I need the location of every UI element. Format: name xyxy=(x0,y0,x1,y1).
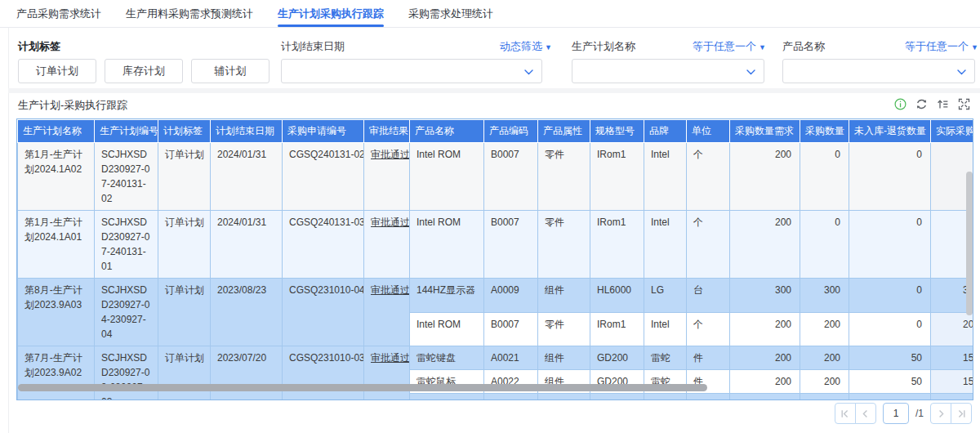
fullscreen-icon[interactable] xyxy=(958,98,970,110)
plan-tag-label: 计划标签 xyxy=(18,39,60,54)
cell-brand: Intel xyxy=(644,143,687,211)
cell-request-no: CGSQ231010-04 xyxy=(283,279,364,346)
table-row: 第7月-生产计划2023.9A02SCJHXSDD230927-03-23092… xyxy=(18,346,974,370)
column-header-15: 实际采购数量 xyxy=(931,120,974,143)
product-name-select[interactable] xyxy=(782,59,975,83)
caret-down-icon: ▼ xyxy=(759,43,766,51)
cell-purchase-qty: 300 xyxy=(800,279,849,313)
cell-not-in-return-qty: 0 xyxy=(849,279,931,313)
cell-product-attr: 零件 xyxy=(538,312,590,346)
page-number-input[interactable] xyxy=(883,403,909,424)
plan-end-date-select[interactable] xyxy=(281,59,542,83)
cell-purchase-qty: 200 xyxy=(800,346,849,370)
column-header-12: 采购数量需求 xyxy=(730,120,800,143)
column-header-0: 生产计划名称 xyxy=(18,120,95,143)
cell-brand: LG xyxy=(644,279,687,313)
tab-2[interactable]: 生产计划采购执行跟踪 xyxy=(278,0,384,27)
product-name-operator[interactable]: 等于任意一个▼ xyxy=(905,39,978,54)
cell-brand: Intel xyxy=(644,211,687,279)
cell-product-name: 144HZ显示器 xyxy=(410,279,484,313)
first-page-button[interactable] xyxy=(835,403,856,424)
column-header-4: 采购申请编号 xyxy=(283,120,364,143)
cell-end-date: 2023/07/20 xyxy=(211,346,283,401)
cell-purchase-qty: 200 xyxy=(800,370,849,394)
cell-purchase-qty: 0 xyxy=(800,211,849,279)
chevron-down-icon xyxy=(746,69,755,75)
first-page-icon xyxy=(840,409,849,418)
cell-request-no: CGSQ231010-03 xyxy=(283,346,364,401)
info-icon[interactable] xyxy=(894,98,906,110)
cell-plan-tag: 订单计划 xyxy=(158,279,211,346)
cell-not-in-return-qty: 50 xyxy=(849,394,931,401)
plan-name-operator[interactable]: 等于任意一个▼ xyxy=(693,39,766,54)
horizontal-scrollbar[interactable] xyxy=(18,384,707,391)
plan-tag-button-1[interactable]: 库存计划 xyxy=(105,59,183,83)
cell-request-no: CGSQ240131-02 xyxy=(283,143,364,211)
column-header-10: 品牌 xyxy=(644,120,687,143)
cell-demand-qty: 200 xyxy=(730,143,800,211)
cell-plan-tag: 订单计划 xyxy=(158,346,211,401)
last-page-icon xyxy=(957,409,966,418)
cell-spec-model: IRom1 xyxy=(590,143,644,211)
vertical-scrollbar[interactable] xyxy=(966,172,973,315)
refresh-icon[interactable] xyxy=(915,98,928,110)
cell-actual-purchase-qty: 150 xyxy=(931,370,974,394)
last-page-button[interactable] xyxy=(951,403,972,424)
cell-spec-model: HL6000 xyxy=(590,279,644,313)
cell-end-date: 2023/08/23 xyxy=(211,279,283,346)
cell-product-name: Intel ROM xyxy=(410,211,484,279)
cell-brand: 雷蛇 xyxy=(644,346,687,370)
cell-brand: LG xyxy=(644,394,687,401)
approval-result-link[interactable]: 审批通过 xyxy=(371,216,410,228)
plan-end-date-operator[interactable]: 动态筛选▼ xyxy=(500,39,552,54)
tab-1[interactable]: 生产用料采购需求预测统计 xyxy=(126,0,253,27)
row-height-icon[interactable] xyxy=(937,98,949,110)
cell-actual-purchase-qty: 150 xyxy=(931,394,974,401)
plan-tag-button-0[interactable]: 订单计划 xyxy=(18,59,96,83)
cell-product-code: A0009 xyxy=(484,279,538,313)
approval-result-link[interactable]: 审批通过 xyxy=(371,284,410,296)
column-header-7: 产品编码 xyxy=(484,120,538,143)
cell-unit: 个 xyxy=(687,312,730,346)
tab-3[interactable]: 采购需求处理统计 xyxy=(408,0,493,27)
cell-not-in-return-qty: 0 xyxy=(849,211,931,279)
approval-result-link[interactable]: 审批通过 xyxy=(371,352,410,364)
cell-product-name: Intel ROM xyxy=(410,143,484,211)
page-total: /1 xyxy=(915,408,924,419)
cell-plan-tag: 订单计划 xyxy=(158,143,211,211)
next-page-button[interactable] xyxy=(930,403,951,424)
panel-divider-horizontal xyxy=(8,88,980,93)
cell-brand: Intel xyxy=(644,312,687,346)
cell-plan-no: SCJHXSDD230927-07-240131-02 xyxy=(95,143,158,211)
table-row: 第1月-生产计划2024.1A01SCJHXSDD230927-07-24013… xyxy=(18,211,974,279)
cell-request-no: CGSQ240131-03 xyxy=(283,211,364,279)
cell-end-date: 2024/01/31 xyxy=(211,143,283,211)
cell-product-attr: 零件 xyxy=(538,211,590,279)
column-header-1: 生产计划编号 xyxy=(95,120,158,143)
cell-demand-qty: 200 xyxy=(730,370,800,394)
cell-not-in-return-qty: 0 xyxy=(849,143,931,211)
cell-approval-result: 审批通过 xyxy=(364,279,410,346)
plan-tag-button-2[interactable]: 辅计划 xyxy=(191,59,270,83)
cell-spec-model: IRom1 xyxy=(590,211,644,279)
approval-result-link[interactable]: 审批通过 xyxy=(371,149,410,160)
column-header-8: 产品属性 xyxy=(538,120,590,143)
plan-name-select[interactable] xyxy=(572,59,764,83)
cell-demand-qty: 200 xyxy=(730,394,800,401)
next-page-icon xyxy=(937,409,946,418)
tab-0[interactable]: 产品采购需求统计 xyxy=(16,0,101,27)
column-header-6: 产品名称 xyxy=(410,120,484,143)
product-name-label: 产品名称 xyxy=(782,39,825,54)
cell-plan-name: 第7月-生产计划2023.9A02 xyxy=(18,346,95,401)
cell-end-date: 2024/01/31 xyxy=(211,211,283,279)
column-header-3: 计划结束日期 xyxy=(211,120,283,143)
cell-product-name: 雷蛇键盘 xyxy=(410,346,484,370)
column-header-11: 单位 xyxy=(687,120,730,143)
cell-demand-qty: 200 xyxy=(730,211,800,279)
cell-unit: 件 xyxy=(687,346,730,370)
cell-product-name: LG显示器1 xyxy=(410,394,484,401)
cell-plan-no: SCJHXSDD230927-03-230927-03 xyxy=(95,346,158,401)
prev-page-icon xyxy=(861,409,870,418)
prev-page-button[interactable] xyxy=(855,403,876,424)
column-header-13: 采购数量 xyxy=(800,120,849,143)
